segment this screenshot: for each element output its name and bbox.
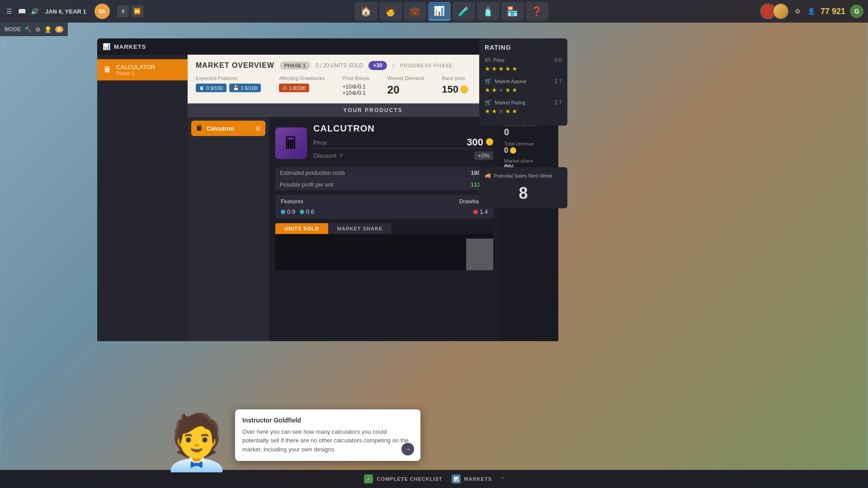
instructor-popup: Instructor Goldfield Over here you can s…: [235, 409, 420, 461]
checklist-label: COMPLETE CHECKLIST: [377, 476, 442, 482]
pd-product-name: CALCUTRON: [313, 123, 493, 134]
book-icon[interactable]: 📖: [17, 7, 26, 16]
chart-tab-units[interactable]: UNITS SOLD: [275, 223, 328, 234]
appeal-star-1: ★: [485, 86, 491, 94]
instructor-character: 🧑‍💼: [163, 411, 231, 474]
pd-feats-vals: 0.9 0.6 1.4: [281, 208, 488, 215]
rating-market-label: 🛒 Market Rating 2.7: [485, 99, 562, 106]
price-bonus-group: Price Bonus +10⚙/0.1 +10⚙/0.1: [342, 75, 369, 96]
rating-price-label: 🏷 Price 0.0: [485, 56, 562, 63]
pd-info: CALCUTRON Price 300 Discount ?: [313, 123, 493, 163]
chart-tabs: UNITS SOLD MARKET SHARE: [275, 223, 493, 234]
pd-profit-label: Possible profit per unit: [280, 182, 334, 188]
avatar-group: [760, 3, 789, 19]
window-icon: 📊: [103, 43, 110, 50]
rating-appeal-row: 🛒 Market Appeal 2.7 ★ ★ ★ ★ ★: [485, 78, 562, 94]
product-image: 🖩: [275, 127, 307, 159]
pd-discount-row: Discount ? +0%: [313, 148, 493, 163]
nav-store[interactable]: 🏪: [501, 2, 524, 21]
nav-chart[interactable]: 📊: [428, 2, 451, 21]
pd-discount-label: Discount: [313, 152, 336, 159]
chart-bar: [466, 239, 493, 270]
nav-briefcase[interactable]: 💼: [404, 2, 426, 21]
pd-features: Features Drawbacks 0.9 0.6: [275, 195, 493, 219]
mo-phase-badge: PHASE 1: [280, 61, 310, 70]
base-price-label: Base price: [442, 75, 468, 81]
pd-discount-help[interactable]: ?: [340, 153, 343, 159]
rating-title: RATING: [485, 44, 562, 51]
player-avatar[interactable]: SA: [94, 4, 110, 19]
feat-badge-2: 💾 1.6/100: [229, 84, 261, 92]
products-area: 🖩 Calcutron ⊞ 🖩 CALCUTRON Price: [188, 117, 558, 341]
calculator-icon: 🖩: [104, 65, 112, 75]
edit-icon[interactable]: ⊞: [255, 125, 261, 132]
pd-estimated-cost-label: Estimated production costs: [280, 170, 345, 176]
chevron-up-icon[interactable]: ^: [501, 475, 504, 483]
pd-price-row: Price 300: [313, 136, 493, 148]
mo-units: 0 / 20 UNITS SOLD: [316, 62, 363, 69]
instructor-next-button[interactable]: →: [401, 443, 414, 455]
mode-label: MODE: [5, 26, 21, 33]
feat-val-2: 0.6: [300, 208, 314, 215]
total-revenue-val: 0: [504, 146, 554, 155]
pd-header: 🖩 CALCUTRON Price 300 Di: [275, 123, 493, 163]
coin-icon: [460, 85, 468, 94]
price-coin-icon: [486, 138, 493, 145]
pd-profit-row: Possible profit per unit 111: [275, 179, 493, 190]
mo-title: MARKET OVERVIEW: [196, 61, 274, 70]
sound-icon[interactable]: 🔊: [30, 7, 39, 16]
settings-icon[interactable]: ⚙: [793, 7, 802, 16]
avatar-2: [773, 3, 789, 19]
instructor-text: Over here you can see how many calculato…: [242, 427, 413, 454]
product-item-calcutron[interactable]: 🖩 Calcutron ⊞: [191, 121, 265, 136]
feat-dot-red: [473, 210, 478, 214]
rating-price-row: 🏷 Price 0.0 ★ ★ ★ ★ ★: [485, 56, 562, 72]
pd-drawbacks-title: Drawbacks: [384, 198, 488, 205]
mo-arrow: ›: [392, 61, 395, 70]
checklist-icon: ✓: [364, 474, 373, 483]
nav-help[interactable]: ❓: [526, 2, 548, 21]
expected-features-label: Expected Features: [196, 75, 261, 81]
market-star-1: ★: [485, 108, 491, 115]
price-rating-icon: 🏷: [485, 56, 491, 63]
chart-tab-market[interactable]: MARKET SHARE: [328, 223, 392, 234]
mode-bar: MODE 🔨 ⚙ 👷 9: [0, 23, 68, 36]
top-bar-left: ☰ 📖 🔊 JAN 6, YEAR 1 SA ⏸ ⏩: [5, 4, 143, 19]
profile-icon[interactable]: 👤: [807, 7, 816, 16]
affecting-drawbacks-group: Affecting Drawbacks ⚠ 1.8/100: [279, 75, 324, 92]
market-stars: ★ ★ ★ ★ ★: [485, 108, 562, 115]
market-share-label: Market share: [504, 158, 554, 164]
nav-home[interactable]: 🏠: [355, 2, 377, 21]
instructor-name: Instructor Goldfield: [242, 417, 413, 424]
star-2: ★: [491, 65, 497, 72]
rank-badge: G: [850, 5, 863, 18]
weekly-demand-label: Weekly Demand: [387, 75, 424, 81]
affecting-drawbacks-label: Affecting Drawbacks: [279, 75, 324, 81]
ps-value: 8: [485, 184, 562, 203]
menu-icon[interactable]: ☰: [5, 7, 14, 16]
fast-forward-button[interactable]: ⏩: [132, 5, 143, 17]
expected-features-badges: 🖩 0.9/100 💾 1.6/100: [196, 84, 261, 92]
top-bar-right: ⚙ 👤 77 921 G: [760, 3, 863, 19]
checklist-button[interactable]: ✓ COMPLETE CHECKLIST: [364, 474, 442, 483]
top-bar: ☰ 📖 🔊 JAN 6, YEAR 1 SA ⏸ ⏩ 🏠 🧑 💼 📊 🧪 🧴 🏪…: [0, 0, 868, 23]
chart-body: [275, 234, 493, 270]
drawback-badges: ⚠ 1.8/100: [279, 84, 324, 92]
nav-people[interactable]: 🧑: [379, 2, 402, 21]
feat-dot-teal: [300, 210, 304, 214]
total-revenue-label: Total revenue: [504, 141, 554, 146]
pause-button[interactable]: ⏸: [117, 5, 129, 17]
nav-flask[interactable]: 🧴: [477, 2, 500, 21]
nav-science[interactable]: 🧪: [453, 2, 475, 21]
sidebar-item-calculator[interactable]: 🖩 CALCULATOR Phase 1: [97, 59, 188, 80]
markets-button[interactable]: 📊 MARKETS: [452, 474, 492, 483]
sidebar-item-name: CALCULATOR: [116, 64, 155, 70]
game-date: JAN 6, YEAR 1: [45, 8, 86, 15]
star-4: ★: [505, 65, 511, 72]
product-sidebar: 🖩 CALCULATOR Phase 1: [97, 55, 188, 341]
star-3: ★: [498, 65, 504, 72]
pd-price-val: 300: [467, 136, 493, 148]
market-star-3: ★: [498, 108, 504, 115]
feat-dot-blue: [281, 210, 285, 214]
playback-controls: ⏸ ⏩: [117, 5, 143, 17]
